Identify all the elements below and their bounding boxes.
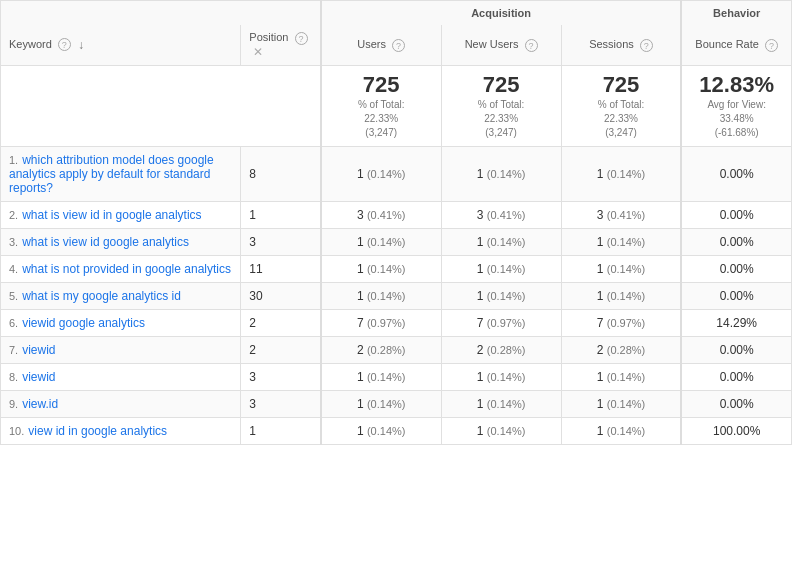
summary-users-cell: 725 % of Total: 22.33% (3,247) (321, 65, 441, 146)
row-number: 5. (9, 290, 18, 302)
position-cell: 8 (241, 146, 321, 201)
sessions-cell: 2 (0.28%) (561, 336, 681, 363)
row-number: 4. (9, 263, 18, 275)
new-users-cell: 1 (0.14%) (441, 417, 561, 444)
summary-new-users-count: 725 (450, 72, 553, 98)
summary-bounce-rate-label: Avg for View: (707, 99, 766, 110)
position-cell: 1 (241, 417, 321, 444)
position-close-icon[interactable]: ✕ (253, 45, 263, 59)
keyword-link[interactable]: viewid (22, 343, 55, 357)
summary-users-sub: % of Total: 22.33% (3,247) (330, 98, 433, 140)
table-row: 6.viewid google analytics27 (0.97%)7 (0.… (1, 309, 792, 336)
summary-users-total: (3,247) (365, 127, 397, 138)
position-label: Position (249, 31, 288, 43)
new-users-cell: 1 (0.14%) (441, 228, 561, 255)
new-users-pct: (0.14%) (487, 168, 526, 180)
sessions-pct: (0.14%) (607, 425, 646, 437)
keyword-link[interactable]: view id in google analytics (28, 424, 167, 438)
position-cell: 2 (241, 309, 321, 336)
new-users-cell: 1 (0.14%) (441, 390, 561, 417)
position-help-icon[interactable]: ? (295, 32, 308, 45)
row-number: 8. (9, 371, 18, 383)
users-cell: 1 (0.14%) (321, 390, 441, 417)
bounce-rate-help-icon[interactable]: ? (765, 39, 778, 52)
column-group-header: Acquisition Behavior (1, 1, 792, 26)
sessions-help-icon[interactable]: ? (640, 39, 653, 52)
keyword-cell: 4.what is not provided in google analyti… (1, 255, 241, 282)
new-users-cell: 1 (0.14%) (441, 282, 561, 309)
new-users-cell: 3 (0.41%) (441, 201, 561, 228)
users-label: Users (357, 38, 386, 50)
sessions-cell: 7 (0.97%) (561, 309, 681, 336)
new-users-cell: 1 (0.14%) (441, 146, 561, 201)
new-users-cell: 7 (0.97%) (441, 309, 561, 336)
new-users-cell: 1 (0.14%) (441, 255, 561, 282)
table-row: 2.what is view id in google analytics13 … (1, 201, 792, 228)
new-users-pct: (0.14%) (487, 398, 526, 410)
summary-bounce-rate-sub: Avg for View: 33.48% (-61.68%) (690, 98, 783, 140)
keyword-label: Keyword (9, 38, 52, 50)
users-help-icon[interactable]: ? (392, 39, 405, 52)
new-users-help-icon[interactable]: ? (525, 39, 538, 52)
column-sub-header: Keyword ? ↓ Position ? ✕ Users ? New Use… (1, 25, 792, 65)
bounce-rate-cell: 0.00% (681, 255, 791, 282)
bounce-rate-cell: 0.00% (681, 336, 791, 363)
keyword-col-header: Keyword ? ↓ (1, 25, 241, 65)
sessions-cell: 1 (0.14%) (561, 363, 681, 390)
summary-new-users-cell: 725 % of Total: 22.33% (3,247) (441, 65, 561, 146)
summary-sessions-pct-label: % of Total: (598, 99, 645, 110)
new-users-pct: (0.14%) (487, 290, 526, 302)
summary-new-users-pct-label: % of Total: (478, 99, 525, 110)
keyword-link[interactable]: which attribution model does google anal… (9, 153, 214, 195)
bounce-rate-cell: 0.00% (681, 390, 791, 417)
table-row: 8.viewid31 (0.14%)1 (0.14%)1 (0.14%)0.00… (1, 363, 792, 390)
keyword-help-icon[interactable]: ? (58, 38, 71, 51)
summary-sessions-count: 725 (570, 72, 673, 98)
users-cell: 7 (0.97%) (321, 309, 441, 336)
sessions-pct: (0.14%) (607, 398, 646, 410)
users-pct: (0.14%) (367, 290, 406, 302)
users-cell: 2 (0.28%) (321, 336, 441, 363)
users-cell: 1 (0.14%) (321, 146, 441, 201)
position-cell: 30 (241, 282, 321, 309)
keyword-cell: 7.viewid (1, 336, 241, 363)
keyword-link[interactable]: what is view id google analytics (22, 235, 189, 249)
table-row: 9.view.id31 (0.14%)1 (0.14%)1 (0.14%)0.0… (1, 390, 792, 417)
users-pct: (0.28%) (367, 344, 406, 356)
users-cell: 1 (0.14%) (321, 363, 441, 390)
keyword-link[interactable]: what is not provided in google analytics (22, 262, 231, 276)
users-cell: 1 (0.14%) (321, 417, 441, 444)
users-pct: (0.97%) (367, 317, 406, 329)
bounce-rate-cell: 0.00% (681, 282, 791, 309)
row-number: 3. (9, 236, 18, 248)
keyword-link[interactable]: viewid (22, 370, 55, 384)
row-number: 2. (9, 209, 18, 221)
keyword-cell: 6.viewid google analytics (1, 309, 241, 336)
keyword-link[interactable]: viewid google analytics (22, 316, 145, 330)
position-cell: 1 (241, 201, 321, 228)
keyword-cell: 10.view id in google analytics (1, 417, 241, 444)
bounce-rate-cell: 100.00% (681, 417, 791, 444)
keyword-link[interactable]: what is my google analytics id (22, 289, 181, 303)
keyword-cell: 3.what is view id google analytics (1, 228, 241, 255)
summary-bounce-rate-diff: (-61.68%) (715, 127, 759, 138)
summary-row: 725 % of Total: 22.33% (3,247) 725 % of … (1, 65, 792, 146)
new-users-pct: (0.14%) (487, 425, 526, 437)
position-cell: 3 (241, 390, 321, 417)
position-cell: 11 (241, 255, 321, 282)
position-cell: 2 (241, 336, 321, 363)
row-number: 6. (9, 317, 18, 329)
table-row: 4.what is not provided in google analyti… (1, 255, 792, 282)
keyword-sort-icon[interactable]: ↓ (78, 38, 84, 52)
summary-new-users-sub: % of Total: 22.33% (3,247) (450, 98, 553, 140)
new-users-pct: (0.14%) (487, 236, 526, 248)
keyword-link[interactable]: what is view id in google analytics (22, 208, 201, 222)
summary-sessions-cell: 725 % of Total: 22.33% (3,247) (561, 65, 681, 146)
bounce-rate-cell: 0.00% (681, 201, 791, 228)
analytics-table: Acquisition Behavior Keyword ? ↓ Positio… (0, 0, 792, 445)
table-row: 3.what is view id google analytics31 (0.… (1, 228, 792, 255)
keyword-link[interactable]: view.id (22, 397, 58, 411)
summary-empty-cell (1, 65, 321, 146)
new-users-pct: (0.14%) (487, 371, 526, 383)
users-pct: (0.14%) (367, 371, 406, 383)
